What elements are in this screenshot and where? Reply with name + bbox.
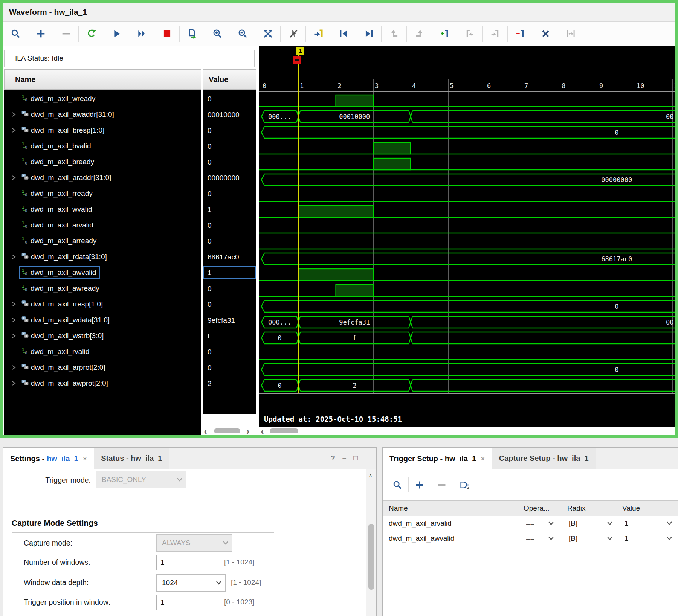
name-panel-hscrollbar[interactable] [214,428,240,433]
chevron-down-icon[interactable] [606,521,613,526]
zoom-fit-button[interactable] [255,24,280,43]
signal-value[interactable]: 0 [203,122,256,138]
signal-row[interactable]: 10dwd_m_axil_arready [4,233,201,249]
add-button[interactable] [409,476,431,494]
remove-button[interactable] [431,476,453,494]
search-button[interactable] [3,24,28,43]
remove-button[interactable] [53,24,78,43]
maximize-icon[interactable]: □ [350,454,361,462]
signal-row[interactable]: 10dwd_m_axil_awready [4,281,201,296]
column-header-value[interactable]: Value [203,69,256,90]
tab-settings[interactable]: Settings - hw_ila_1 × [3,448,94,470]
signal-value[interactable]: 0 [203,344,256,360]
zoom-in-button[interactable] [205,24,230,43]
next-transition-button[interactable] [407,24,432,43]
signal-value[interactable]: f [203,328,256,344]
scroll-right-icon[interactable]: › [246,425,250,437]
prev-marker-button[interactable] [457,24,482,43]
hw-ila-link[interactable]: hw_ila_1 [47,454,78,463]
run-continuous-button[interactable] [129,24,154,43]
waveform-canvas[interactable]: 01234567891011 000...0001000000000000000… [259,46,675,427]
signal-value[interactable]: 0 [203,186,256,201]
signal-row[interactable]: dwd_m_axil_arprot[2:0] [4,360,201,375]
signal-row[interactable]: 10dwd_m_axil_bvalid [4,138,201,154]
signal-value[interactable]: 9efcfa31 [203,312,256,328]
scroll-left-icon[interactable]: ‹ [204,425,207,437]
expand-chevron-icon[interactable] [11,316,17,326]
signal-value[interactable]: 0 [203,281,256,296]
zoom-out-button[interactable] [230,24,255,43]
tab-status[interactable]: Status - hw_ila_1 [94,448,169,469]
swap-range-button[interactable] [558,24,583,43]
add-button[interactable] [28,24,53,43]
close-icon[interactable]: × [83,454,87,463]
signal-value[interactable]: 0 [203,233,256,249]
signal-row[interactable]: 10dwd_m_axil_awvalid [4,265,201,281]
signal-row[interactable]: 10dwd_m_axil_wready [4,91,201,107]
signal-row[interactable]: dwd_m_axil_araddr[31:0] [4,170,201,186]
remove-marker-button[interactable] [508,24,533,43]
signal-value[interactable]: 1 [203,201,256,217]
expand-chevron-icon[interactable] [11,380,17,389]
trigger-marker-flag[interactable] [293,56,301,64]
signal-row[interactable]: dwd_m_axil_rdata[31:0] [4,249,201,265]
capture-mode-select[interactable]: ALWAYS [156,534,232,552]
chevron-down-icon[interactable] [666,521,673,526]
signal-value[interactable]: 0 [203,217,256,233]
signal-row[interactable]: 10dwd_m_axil_arvalid [4,217,201,233]
export-button[interactable] [180,24,205,43]
settings-vscrollbar[interactable]: ∧ [366,469,376,616]
run-immediate-button[interactable] [104,24,129,43]
trigger-position-input[interactable]: 1 [156,595,218,610]
trigger-mode-select[interactable]: BASIC_ONLY [96,471,186,488]
marker-flag[interactable]: 1 [296,47,304,55]
signal-row[interactable]: 10dwd_m_axil_rready [4,186,201,201]
wave-scroll-left-icon[interactable]: ‹ [261,425,264,437]
expand-chevron-icon[interactable] [11,174,17,183]
expand-chevron-icon[interactable] [11,127,17,136]
signal-value[interactable]: 0 [203,154,256,170]
tab-capture-setup[interactable]: Capture Setup - hw_ila_1 [492,448,596,469]
close-icon[interactable]: × [481,454,485,463]
wave-hscrollbar[interactable] [270,428,298,433]
run-trigger-button[interactable] [79,24,104,43]
chevron-down-icon[interactable] [548,536,554,541]
signal-value[interactable]: 1 [203,265,256,281]
chevron-down-icon[interactable] [606,536,613,541]
waveform-titlebar[interactable]: Waveform - hw_ila_1 [3,3,675,22]
tab-trigger-setup[interactable]: Trigger Setup - hw_ila_1 × [383,448,492,470]
hide-cursor-button[interactable] [281,24,305,43]
signal-value[interactable]: 68617ac0 [203,249,256,265]
gate-button[interactable] [453,476,475,494]
window-data-depth-select[interactable]: 1024 [156,574,226,592]
stop-button[interactable] [154,24,179,43]
delete-button[interactable] [533,24,558,43]
signal-row[interactable]: 10dwd_m_axil_wvalid [4,201,201,217]
expand-chevron-icon[interactable] [11,111,17,120]
expand-chevron-icon[interactable] [11,253,17,262]
signal-row[interactable]: dwd_m_axil_awaddr[31:0] [4,107,201,122]
signal-row[interactable]: dwd_m_axil_awprot[2:0] [4,375,201,391]
signal-row[interactable]: 10dwd_m_axil_bready [4,154,201,170]
search-button[interactable] [386,476,408,494]
add-marker-button[interactable] [432,24,457,43]
signal-row[interactable]: dwd_m_axil_bresp[1:0] [4,122,201,138]
help-icon[interactable]: ? [327,454,339,462]
minimize-icon[interactable]: – [339,454,350,462]
chevron-down-icon[interactable] [548,521,554,526]
column-header-name[interactable]: Name [4,69,201,90]
signal-value[interactable]: 0 [203,138,256,154]
signal-value[interactable]: 0 [203,91,256,107]
signal-value[interactable]: 0 [203,296,256,312]
trigger-probe-row[interactable]: dwd_m_axil_awvalid == [B] 1 [383,531,678,546]
prev-transition-button[interactable] [382,24,406,43]
signal-row[interactable]: dwd_m_axil_wdata[31:0] [4,312,201,328]
goto-trigger-button[interactable] [306,24,331,43]
signal-row[interactable]: 10dwd_m_axil_rvalid [4,344,201,360]
chevron-down-icon[interactable] [666,536,673,541]
signal-row[interactable]: dwd_m_axil_rresp[1:0] [4,296,201,312]
marker-line[interactable] [298,53,299,393]
expand-chevron-icon[interactable] [11,332,17,342]
signal-value[interactable]: 0 [203,360,256,375]
trigger-probe-row[interactable]: dwd_m_axil_arvalid == [B] 1 [383,516,678,531]
